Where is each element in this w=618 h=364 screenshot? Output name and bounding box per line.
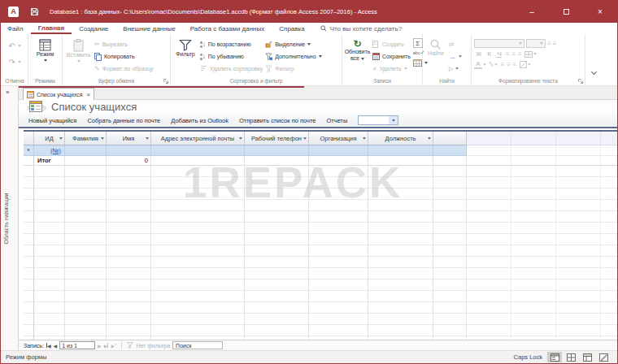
column-header-firstname[interactable]: Имя — [107, 132, 151, 145]
new-student-link[interactable]: Новый учащийся — [28, 117, 76, 124]
bullet-list-icon[interactable]: ≡ — [547, 41, 551, 47]
table-row[interactable] — [24, 325, 617, 336]
align-right-icon[interactable]: ≡ — [513, 62, 517, 68]
row-selector-header[interactable] — [24, 132, 34, 145]
refresh-all-button[interactable]: ↻ Обновить все — [345, 36, 370, 76]
sort-descending-button[interactable]: яа↓ По убыванию — [200, 50, 263, 63]
document-tab[interactable]: Список учащихся × — [23, 88, 94, 100]
table-row[interactable] — [24, 291, 617, 302]
design-view-button[interactable] — [596, 352, 611, 362]
save-icon[interactable] — [30, 7, 39, 16]
reports-link[interactable]: Отчеты — [326, 117, 347, 124]
cut-button[interactable]: ✂Вырезать — [94, 38, 153, 50]
column-header-lastname[interactable]: Фамилия — [65, 132, 107, 145]
column-header-email[interactable]: Адрес электронной почты — [151, 132, 245, 145]
totals-button[interactable]: Σ — [413, 38, 423, 48]
tab-external-data[interactable]: Внешние данные — [115, 23, 182, 34]
table-row[interactable] — [24, 245, 617, 257]
next-record-icon[interactable]: ▶ — [98, 343, 102, 349]
undo-button[interactable]: ↶ — [8, 40, 20, 52]
gridlines-button[interactable] — [524, 51, 537, 58]
new-record-row[interactable]: * (№) — [24, 145, 617, 156]
navigation-pane[interactable]: » Область навигации — [1, 86, 19, 350]
table-row[interactable] — [24, 234, 617, 245]
tab-create[interactable]: Создание — [72, 23, 115, 34]
align-left-icon[interactable]: ≡ — [500, 62, 504, 68]
find-button[interactable]: Найти — [425, 36, 446, 76]
collect-data-link[interactable]: Собрать данные по почте — [87, 117, 160, 124]
highlight-color-button[interactable]: ✎ — [489, 61, 498, 68]
tab-close-icon[interactable]: × — [86, 91, 90, 98]
direction-icon[interactable]: ≡ — [518, 51, 522, 58]
format-painter-button[interactable]: ✎Формат по образцу — [94, 63, 153, 75]
replace-button[interactable]: ⇄ — [449, 38, 462, 50]
selection-button[interactable]: Выделение — [265, 38, 321, 50]
no-filter-label[interactable]: Нет фильтра — [136, 343, 170, 349]
expand-pane-icon[interactable]: » — [1, 86, 18, 96]
underline-button[interactable]: Ч — [495, 50, 503, 58]
tab-help[interactable]: Справка — [272, 23, 311, 34]
table-row[interactable] — [24, 188, 617, 200]
italic-button[interactable]: К — [485, 50, 493, 58]
table-row[interactable] — [24, 257, 617, 268]
table-row[interactable] — [24, 177, 617, 188]
column-header-id[interactable]: ИД — [34, 132, 65, 145]
toggle-filter-button[interactable]: Фильтр — [265, 63, 321, 75]
last-record-icon[interactable]: ▶ — [104, 343, 109, 349]
add-from-outlook-link[interactable]: Добавить из Outlook — [171, 117, 228, 124]
minimize-button[interactable]: – — [515, 0, 549, 23]
collapse-ribbon-icon[interactable] — [591, 69, 597, 75]
clipboard-dialog-launcher[interactable] — [163, 79, 168, 84]
email-list-link[interactable]: Отправить список по почте — [239, 117, 316, 124]
view-mode-button[interactable]: Режим — [37, 36, 54, 76]
redo-button[interactable]: ↷ — [8, 56, 20, 68]
format-dialog-launcher[interactable] — [578, 79, 583, 84]
font-color-button[interactable]: А — [474, 60, 486, 69]
delete-record-button[interactable]: ✕ Удалить — [372, 63, 411, 75]
remove-sort-button[interactable]: Удалить сортировку — [200, 63, 263, 75]
table-row[interactable] — [24, 268, 617, 280]
column-header-phone[interactable]: Рабочий телефон — [245, 132, 309, 145]
table-row[interactable] — [24, 280, 617, 291]
bold-button[interactable]: Ж — [474, 50, 483, 58]
font-size-select[interactable] — [526, 39, 546, 48]
advanced-filter-button[interactable]: Дополнительно — [265, 50, 321, 63]
table-row[interactable] — [24, 223, 617, 234]
new-blank-record-icon[interactable]: ▶* — [111, 343, 116, 349]
copy-button[interactable]: Копировать — [94, 50, 153, 63]
tell-me-search[interactable]: Что вы хотите сделать? — [320, 25, 402, 32]
save-record-button[interactable]: Сохранить — [372, 50, 411, 63]
increase-indent-icon[interactable]: ≡ — [511, 51, 516, 58]
new-record-button[interactable]: Создать — [372, 38, 411, 50]
background-fill-button[interactable] — [520, 61, 531, 68]
filter-button[interactable]: Фильтр — [173, 36, 198, 76]
font-family-select[interactable] — [474, 39, 524, 48]
reports-combobox[interactable] — [358, 115, 398, 125]
table-row[interactable] — [24, 211, 617, 223]
layout-view-button[interactable] — [580, 352, 594, 362]
table-row[interactable] — [24, 166, 617, 177]
form-view-button[interactable] — [547, 352, 562, 362]
previous-record-icon[interactable]: ◀ — [54, 343, 58, 349]
combobox-arrow-icon[interactable] — [389, 116, 398, 124]
tab-file[interactable]: Файл — [1, 23, 31, 34]
table-row[interactable] — [24, 200, 617, 211]
table-row[interactable] — [24, 314, 617, 325]
datasheet-view-button[interactable] — [564, 352, 578, 362]
tab-home[interactable]: Главная — [31, 23, 72, 34]
sort-ascending-button[interactable]: ая↓ По возрастанию — [200, 38, 263, 50]
record-position[interactable]: 1 из 1 — [59, 341, 95, 349]
table-row[interactable] — [24, 302, 617, 314]
close-button[interactable]: × — [583, 0, 617, 23]
tab-database-tools[interactable]: Работа с базами данных — [183, 23, 272, 34]
select-button[interactable]: ▷ — [449, 63, 462, 75]
paste-button[interactable]: Вставить — [65, 36, 92, 76]
align-center-icon[interactable]: ≡ — [507, 62, 511, 68]
decrease-indent-icon[interactable]: ≡ — [506, 51, 510, 58]
column-header-position[interactable]: Должность — [368, 132, 433, 145]
column-header-organization[interactable]: Организация — [309, 132, 368, 145]
numbered-list-icon[interactable]: ≡ — [553, 41, 557, 47]
first-record-icon[interactable]: ◀ — [46, 343, 51, 349]
record-search-input[interactable]: Поиск — [172, 341, 223, 349]
maximize-button[interactable] — [549, 0, 583, 23]
